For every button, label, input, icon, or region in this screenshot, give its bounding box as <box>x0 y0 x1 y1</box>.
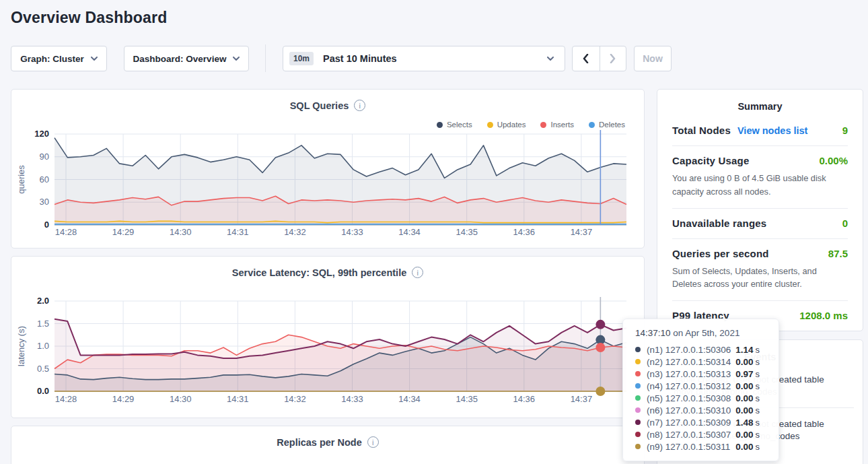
info-icon[interactable]: i <box>367 436 379 448</box>
node-address: (n4) 127.0.0.1:50312 <box>647 381 735 391</box>
node-dot-icon <box>635 395 641 401</box>
node-latency-value: 0.00 <box>735 442 753 452</box>
total-nodes-value: 9 <box>842 125 848 136</box>
node-address: (n1) 127.0.0.1:50306 <box>647 345 735 355</box>
svg-text:14:31: 14:31 <box>227 227 249 237</box>
svg-text:14:35: 14:35 <box>456 227 478 237</box>
chart-tooltip: 14:37:10 on Apr 5th, 2021 (n1) 127.0.0.1… <box>622 319 779 461</box>
tooltip-node-row: (n8) 127.0.0.1:503070.00s <box>635 428 779 440</box>
svg-text:14:28: 14:28 <box>55 227 77 237</box>
svg-text:60: 60 <box>40 174 49 185</box>
node-latency-value: 0.00 <box>735 393 753 403</box>
svg-text:14:37: 14:37 <box>571 227 593 237</box>
node-latency-value: 0.00 <box>735 405 753 416</box>
replicas-panel: Replicas per Node i <box>11 426 645 464</box>
latency-chart[interactable]: 14:2814:2914:3014:3114:3214:3314:3414:35… <box>11 290 645 411</box>
time-nav-group <box>572 46 626 71</box>
node-address: (n9) 127.0.0.1:50311 <box>647 442 735 452</box>
qps-note: Sum of Selects, Updates, Inserts, and De… <box>672 265 848 292</box>
svg-text:14:33: 14:33 <box>341 227 363 237</box>
node-dot-icon <box>635 407 641 413</box>
dashboard-dropdown-label: Dashboard: Overview <box>133 54 227 64</box>
svg-text:14:37: 14:37 <box>571 394 593 404</box>
node-latency-value: 0.00 <box>735 357 753 367</box>
latency-unit: s <box>756 442 760 452</box>
latency-title: Service Latency: SQL, 99th percentile <box>232 267 407 278</box>
svg-text:14:29: 14:29 <box>112 227 135 237</box>
replicas-title: Replicas per Node <box>277 437 362 448</box>
summary-row-capacity: Capacity Usage 0.00% You are using 0 B o… <box>672 145 848 208</box>
svg-text:1.0: 1.0 <box>37 341 49 351</box>
sql-queries-panel: SQL Queries i Selects Updates Inserts De… <box>11 89 645 248</box>
tooltip-node-row: (n1) 127.0.0.1:503061.14s <box>635 343 779 356</box>
svg-text:120: 120 <box>34 129 49 139</box>
svg-text:14:29: 14:29 <box>112 394 135 404</box>
info-icon[interactable]: i <box>354 100 365 111</box>
node-address: (n2) 127.0.0.1:50314 <box>647 357 735 367</box>
page-title: Overview Dashboard <box>11 9 167 27</box>
svg-text:14:30: 14:30 <box>170 227 192 237</box>
toolbar-divider <box>265 44 266 72</box>
node-dot-icon <box>635 420 641 425</box>
view-nodes-list-link[interactable]: View nodes list <box>737 125 808 136</box>
svg-text:0.5: 0.5 <box>37 364 49 374</box>
node-latency-value: 0.97 <box>735 369 753 379</box>
time-range-label: Past 10 Minutes <box>323 53 547 64</box>
chevron-down-icon <box>547 57 554 61</box>
time-now-button[interactable]: Now <box>634 46 672 71</box>
info-icon[interactable]: i <box>412 267 423 278</box>
time-next-button[interactable] <box>600 46 626 71</box>
svg-text:1.5: 1.5 <box>37 319 49 329</box>
latency-unit: s <box>756 357 760 367</box>
sql-queries-title: SQL Queries <box>290 100 349 111</box>
node-dot-icon <box>635 432 641 437</box>
chevron-right-icon <box>610 54 616 63</box>
svg-text:14:34: 14:34 <box>398 227 421 237</box>
node-address: (n6) 127.0.0.1:50310 <box>647 405 735 416</box>
latency-unit: s <box>756 381 760 391</box>
svg-text:0: 0 <box>44 220 49 230</box>
node-latency-value: 0.00 <box>735 381 753 391</box>
svg-text:30: 30 <box>40 197 49 207</box>
svg-text:14:30: 14:30 <box>170 394 192 404</box>
svg-text:14:35: 14:35 <box>456 394 478 404</box>
summary-row-total-nodes: Total Nodes View nodes list 9 <box>672 116 848 145</box>
latency-unit: s <box>756 405 760 416</box>
svg-text:14:28: 14:28 <box>55 394 77 404</box>
node-address: (n7) 127.0.0.1:50309 <box>647 418 735 428</box>
tooltip-node-row: (n5) 127.0.0.1:503080.00s <box>635 392 779 404</box>
summary-title: Summary <box>657 90 863 112</box>
tooltip-node-row: (n7) 127.0.0.1:503091.48s <box>635 416 779 428</box>
node-dot-icon <box>635 383 641 389</box>
svg-text:14:36: 14:36 <box>513 227 536 237</box>
svg-text:90: 90 <box>40 152 49 162</box>
graph-dropdown[interactable]: Graph: Cluster <box>11 46 107 71</box>
p99-value: 1208.0 ms <box>799 310 848 321</box>
svg-text:0.0: 0.0 <box>37 386 49 396</box>
svg-text:latency (s): latency (s) <box>16 326 26 366</box>
latency-unit: s <box>756 430 760 440</box>
tooltip-node-row: (n3) 127.0.0.1:503130.97s <box>635 368 779 380</box>
summary-panel: Summary Total Nodes View nodes list 9 Ca… <box>657 89 863 331</box>
tooltip-node-row: (n6) 127.0.0.1:503100.00s <box>635 404 779 416</box>
summary-row-qps: Queries per second 87.5 Sum of Selects, … <box>672 238 848 301</box>
latency-unit: s <box>756 345 760 355</box>
chevron-left-icon <box>583 54 589 63</box>
sql-queries-chart[interactable]: 14:2814:2914:3014:3114:3214:3314:3414:35… <box>11 125 645 248</box>
tooltip-node-row: (n2) 127.0.0.1:503140.00s <box>635 356 779 368</box>
svg-text:14:32: 14:32 <box>284 394 306 404</box>
capacity-value: 0.00% <box>819 155 848 166</box>
tooltip-timestamp: 14:37:10 on Apr 5th, 2021 <box>635 328 779 338</box>
node-dot-icon <box>635 371 641 376</box>
time-prev-button[interactable] <box>573 46 600 71</box>
svg-text:14:32: 14:32 <box>284 227 306 237</box>
dashboard-dropdown[interactable]: Dashboard: Overview <box>124 46 249 71</box>
tooltip-node-row: (n9) 127.0.0.1:503110.00s <box>635 440 779 453</box>
latency-unit: s <box>756 393 760 403</box>
unavailable-value: 0 <box>842 218 848 229</box>
summary-row-unavailable: Unavailable ranges 0 <box>672 208 848 238</box>
time-range-select[interactable]: 10m Past 10 Minutes <box>283 46 565 71</box>
graph-dropdown-label: Graph: Cluster <box>20 54 84 64</box>
qps-value: 87.5 <box>828 248 848 259</box>
node-address: (n5) 127.0.0.1:50308 <box>647 393 735 403</box>
